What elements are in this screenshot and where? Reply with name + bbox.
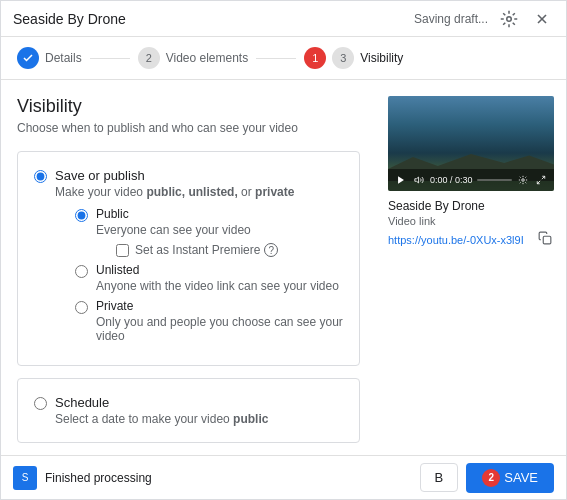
private-option: Private Only you and people you choose c… [75, 299, 343, 343]
footer-status: Finished processing [45, 471, 152, 485]
svg-point-5 [522, 179, 525, 182]
app-window: Seaside By Drone Saving draft... [0, 0, 567, 500]
save-publish-radio[interactable] [34, 170, 47, 183]
svg-marker-4 [415, 177, 419, 183]
sidebar: 0:00 / 0:30 Seaside By Drone Video link … [376, 80, 566, 455]
unlisted-label: Unlisted [96, 263, 339, 277]
step-video-elements[interactable]: 2 Video elements [138, 47, 249, 69]
schedule-label: Schedule [55, 395, 343, 410]
video-url-link[interactable]: https://youtu.be/-0XUx-x3l9I [388, 234, 524, 246]
public-radio[interactable] [75, 209, 88, 222]
step-3-circle: 3 [332, 47, 354, 69]
footer-left: S Finished processing [13, 466, 152, 490]
sidebar-video-title: Seaside By Drone [388, 199, 554, 213]
public-label: Public [96, 207, 278, 221]
connector-2 [256, 58, 296, 59]
channel-initial: S [22, 472, 29, 483]
mute-btn[interactable] [412, 175, 426, 185]
save-publish-label: Save or publish [55, 168, 343, 183]
main-content: Visibility Choose when to publish and wh… [1, 80, 376, 455]
private-radio[interactable] [75, 301, 88, 314]
save-btn[interactable]: 2 SAVE [466, 463, 554, 493]
instant-premiere-label: Set as Instant Premiere ? [135, 243, 278, 257]
step-3-label: Visibility [360, 51, 403, 65]
video-controls: 0:00 / 0:30 [388, 169, 554, 191]
video-url-row: https://youtu.be/-0XUx-x3l9I [388, 229, 554, 250]
help-icon[interactable]: ? [264, 243, 278, 257]
svg-rect-8 [543, 236, 551, 244]
save-publish-desc: Make your video public, unlisted, or pri… [55, 185, 343, 199]
save-publish-content: Save or publish Make your video public, … [55, 168, 343, 349]
svg-point-0 [507, 16, 512, 21]
instant-premiere-checkbox[interactable] [116, 244, 129, 257]
video-time: 0:00 / 0:30 [430, 175, 473, 185]
copy-url-btn[interactable] [536, 229, 554, 250]
title-bar: Seaside By Drone Saving draft... [1, 1, 566, 37]
save-publish-card: Save or publish Make your video public, … [17, 151, 360, 366]
channel-avatar: S [13, 466, 37, 490]
public-option: Public Everyone can see your video Set a… [75, 207, 343, 257]
unlisted-desc: Anyone with the video link can see your … [96, 279, 339, 293]
step-visibility[interactable]: 3 Visibility [332, 47, 403, 69]
settings-icon-btn[interactable] [496, 6, 522, 32]
sidebar-url-label: Video link [388, 215, 554, 227]
public-desc: Everyone can see your video [96, 223, 278, 237]
step-badge: 1 [304, 47, 326, 69]
private-content: Private Only you and people you choose c… [96, 299, 343, 343]
progress-bar[interactable] [477, 179, 512, 181]
svg-marker-3 [398, 176, 404, 184]
window-title: Seaside By Drone [13, 11, 126, 27]
private-desc: Only you and people you choose can see y… [96, 315, 343, 343]
video-settings-btn[interactable] [516, 175, 530, 185]
svg-line-7 [537, 181, 540, 184]
back-btn[interactable]: B [420, 463, 459, 492]
save-btn-label: SAVE [504, 470, 538, 485]
footer-right: B 2 SAVE [420, 463, 554, 493]
visibility-sub-options: Public Everyone can see your video Set a… [75, 207, 343, 343]
svg-line-6 [542, 176, 545, 179]
step-2-circle: 2 [138, 47, 160, 69]
schedule-desc: Select a date to make your video public [55, 412, 343, 426]
play-btn[interactable] [394, 175, 408, 185]
schedule-content: Schedule Select a date to make your vide… [55, 395, 343, 426]
schedule-option: Schedule Select a date to make your vide… [34, 395, 343, 426]
step-2-label: Video elements [166, 51, 249, 65]
content-area: Visibility Choose when to publish and wh… [1, 80, 566, 455]
connector-1 [90, 58, 130, 59]
schedule-radio[interactable] [34, 397, 47, 410]
schedule-card: Schedule Select a date to make your vide… [17, 378, 360, 443]
save-publish-option: Save or publish Make your video public, … [34, 168, 343, 349]
title-bar-actions: Saving draft... [414, 6, 554, 32]
unlisted-radio[interactable] [75, 265, 88, 278]
step-details[interactable]: Details [17, 47, 82, 69]
video-thumbnail: 0:00 / 0:30 [388, 96, 554, 191]
instant-premiere-row: Set as Instant Premiere ? [116, 243, 278, 257]
public-content: Public Everyone can see your video Set a… [96, 207, 278, 257]
stepper: Details 2 Video elements 1 3 Visibility [1, 37, 566, 80]
step-1-circle [17, 47, 39, 69]
private-label: Private [96, 299, 343, 313]
close-btn[interactable] [530, 7, 554, 31]
page-subtitle: Choose when to publish and who can see y… [17, 121, 360, 135]
fullscreen-btn[interactable] [534, 175, 548, 185]
footer-bar: S Finished processing B 2 SAVE [1, 455, 566, 499]
unlisted-content: Unlisted Anyone with the video link can … [96, 263, 339, 293]
unlisted-option: Unlisted Anyone with the video link can … [75, 263, 343, 293]
step-1-label: Details [45, 51, 82, 65]
saving-status: Saving draft... [414, 12, 488, 26]
page-title: Visibility [17, 96, 360, 117]
save-step-badge: 2 [482, 469, 500, 487]
